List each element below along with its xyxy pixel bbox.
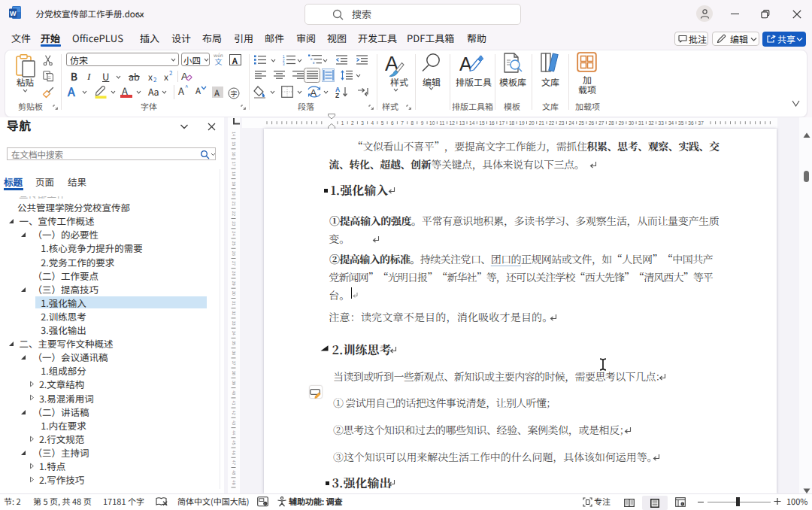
svg-text:6: 6 (391, 120, 394, 126)
svg-text:4: 4 (371, 120, 374, 126)
svg-text:18: 18 (232, 172, 236, 176)
svg-text:A: A (181, 71, 188, 82)
svg-text:7: 7 (401, 120, 404, 126)
svg-text:46: 46 (232, 451, 236, 455)
svg-text:23: 23 (232, 221, 236, 226)
svg-text:22: 22 (232, 211, 236, 216)
svg-text:31: 31 (638, 120, 644, 126)
svg-text:1: 1 (341, 120, 344, 126)
svg-text:19: 19 (232, 181, 236, 186)
svg-text:19: 19 (519, 120, 525, 126)
svg-text:28: 28 (232, 271, 236, 275)
svg-text:26: 26 (589, 120, 595, 126)
svg-text:35: 35 (232, 341, 236, 345)
svg-text:9: 9 (421, 120, 424, 126)
svg-text:42: 42 (232, 411, 236, 415)
svg-text:28: 28 (608, 120, 614, 126)
svg-text:34: 34 (668, 120, 674, 126)
svg-text:16: 16 (489, 120, 495, 126)
svg-text:47: 47 (232, 460, 236, 465)
svg-text:49: 49 (232, 480, 236, 484)
svg-text:41: 41 (232, 400, 236, 405)
svg-text:35: 35 (678, 120, 684, 126)
svg-text:2: 2 (351, 120, 354, 126)
svg-text:36: 36 (688, 120, 694, 126)
svg-text:24: 24 (568, 120, 574, 126)
svg-text:8: 8 (411, 120, 414, 126)
svg-text:27: 27 (232, 261, 236, 266)
svg-text:20: 20 (232, 191, 236, 196)
svg-text:10: 10 (429, 120, 435, 126)
svg-text:25: 25 (579, 120, 585, 126)
svg-text:33: 33 (232, 321, 236, 326)
svg-text:字: 字 (231, 89, 238, 99)
svg-text:39: 39 (232, 381, 236, 385)
svg-text:32: 32 (232, 311, 236, 315)
svg-text:12: 12 (450, 120, 456, 126)
svg-text:29: 29 (232, 281, 236, 286)
svg-text:15: 15 (479, 120, 485, 126)
svg-text:17: 17 (499, 120, 505, 126)
svg-text:48: 48 (232, 470, 236, 475)
svg-text:22: 22 (549, 120, 555, 126)
svg-text:21: 21 (539, 120, 545, 126)
svg-text:32: 32 (648, 120, 654, 126)
svg-text:30: 30 (232, 291, 236, 296)
svg-text:14: 14 (232, 132, 236, 136)
svg-text:34: 34 (232, 331, 236, 335)
svg-text:11: 11 (440, 120, 445, 126)
svg-text:37: 37 (232, 360, 236, 365)
svg-text:15: 15 (232, 141, 236, 146)
svg-text:36: 36 (232, 351, 236, 355)
svg-text:29: 29 (619, 120, 625, 126)
svg-text:13: 13 (459, 120, 465, 126)
svg-text:14: 14 (469, 120, 475, 126)
svg-text:30: 30 (629, 120, 635, 126)
svg-text:33: 33 (659, 120, 665, 126)
svg-text:18: 18 (509, 120, 515, 126)
svg-text:16: 16 (232, 151, 236, 156)
svg-text:45: 45 (232, 440, 236, 445)
svg-text:25: 25 (232, 241, 236, 246)
svg-text:43: 43 (232, 420, 236, 425)
svg-text:21: 21 (232, 202, 236, 206)
svg-text:W: W (10, 10, 17, 17)
svg-text:3: 3 (361, 120, 364, 126)
svg-text:23: 23 (559, 120, 565, 126)
svg-text:24: 24 (232, 231, 236, 235)
svg-text:17: 17 (232, 162, 236, 166)
svg-text:38: 38 (232, 371, 236, 375)
svg-text:Z: Z (335, 92, 339, 98)
svg-text:44: 44 (232, 430, 236, 435)
svg-text:27: 27 (598, 120, 604, 126)
svg-text:40: 40 (232, 390, 236, 395)
svg-text:37: 37 (698, 120, 704, 126)
svg-text:31: 31 (232, 301, 236, 305)
svg-text:5: 5 (381, 120, 384, 126)
svg-text:26: 26 (232, 251, 236, 256)
svg-text:20: 20 (529, 120, 535, 126)
svg-text:3: 3 (283, 62, 285, 66)
